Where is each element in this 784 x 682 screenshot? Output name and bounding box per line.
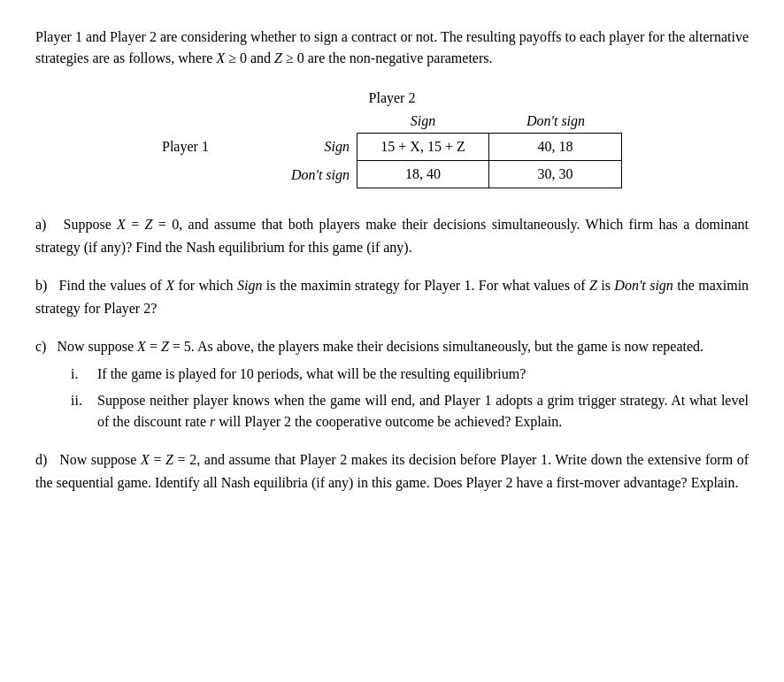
question-c: c) Now suppose X = Z = 5. As above, the … [35, 335, 749, 433]
question-d-text: Now suppose X = Z = 2, and assume that P… [35, 452, 749, 490]
cell-21: 18, 40 [357, 161, 489, 188]
question-c-text: Now suppose X = Z = 5. As above, the pla… [57, 339, 703, 354]
game-table-container: Player 2 Sign Don't sign Player 1 Sign [35, 90, 749, 188]
sub-text-i: If the game is played for 10 periods, wh… [97, 364, 749, 385]
sub-question-c-i: i. If the game is played for 10 periods,… [71, 364, 749, 385]
questions-section: a) Suppose X = Z = 0, and assume that bo… [35, 213, 749, 494]
table-row-dont-sign: Don't sign 18, 40 30, 30 [162, 161, 622, 188]
sub-questions-c: i. If the game is played for 10 periods,… [71, 364, 749, 433]
sub-text-ii: Suppose neither player knows when the ga… [97, 390, 749, 433]
cell-22: 30, 30 [489, 161, 622, 188]
intro-paragraph: Player 1 and Player 2 are considering wh… [35, 27, 749, 69]
col-header-dont-sign: Don't sign [489, 113, 622, 133]
question-a: a) Suppose X = Z = 0, and assume that bo… [35, 213, 749, 258]
sub-question-c-ii: ii. Suppose neither player knows when th… [71, 390, 749, 433]
table-rows: Player 1 Sign 15 + X, 15 + Z 40, 18 [162, 133, 622, 188]
row-label-group-sign: Player 1 Sign [162, 139, 357, 155]
player2-header: Player 2 [369, 90, 416, 106]
sub-label-i: i. [71, 364, 97, 385]
question-a-text: Suppose X = Z = 0, and assume that both … [35, 217, 749, 255]
game-table-wrapper: Player 2 Sign Don't sign Player 1 Sign [162, 90, 622, 188]
question-c-label: c) [35, 339, 46, 354]
row-label-sign: Sign [233, 139, 357, 155]
row-label-dont-sign: Don't sign [233, 167, 357, 183]
question-d: d) Now suppose X = Z = 2, and assume tha… [35, 448, 749, 494]
row-label-group-dont-sign: Don't sign [162, 167, 357, 183]
sub-label-ii: ii. [71, 390, 97, 433]
question-b-label: b) [35, 278, 47, 293]
col-headers: Sign Don't sign [357, 113, 622, 133]
col-header-sign: Sign [357, 113, 489, 133]
question-a-label: a) [35, 217, 46, 232]
intro-text: Player 1 and Player 2 are considering wh… [35, 29, 749, 65]
question-b: b) Find the values of X for which Sign i… [35, 274, 749, 319]
question-b-text: Find the values of X for which Sign is t… [35, 278, 749, 316]
cell-11: 15 + X, 15 + Z [357, 133, 489, 161]
question-d-label: d) [35, 452, 47, 467]
table-row-sign: Player 1 Sign 15 + X, 15 + Z 40, 18 [162, 133, 622, 161]
player1-label: Player 1 [162, 139, 233, 155]
cell-12: 40, 18 [489, 133, 622, 161]
